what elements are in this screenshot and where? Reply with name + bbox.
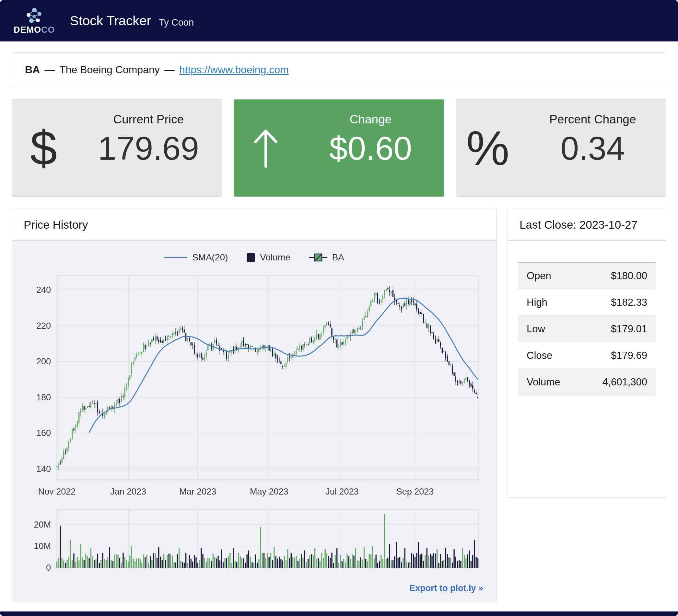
stock-tracker-app: { "header": { "brand_bold": "DEMO", "bra…: [0, 0, 678, 616]
svg-text:Jul 2023: Jul 2023: [326, 487, 359, 496]
ticker-symbol: BA: [25, 64, 40, 76]
separator: —: [44, 64, 55, 76]
svg-text:160: 160: [36, 428, 51, 438]
svg-text:Sep 2023: Sep 2023: [397, 487, 434, 496]
price-history-panel: Price History SMA(20) Volume B: [12, 209, 496, 602]
percent-change-card: % Percent Change 0.34: [456, 99, 666, 197]
dollar-icon: $: [12, 100, 75, 196]
company-name: The Boeing Company: [59, 64, 160, 76]
stats-row: $ Current Price 179.69 Change $0.60 % Pe…: [12, 99, 666, 197]
legend-volume-label: Volume: [260, 252, 290, 263]
last-close-panel: Last Close: 2023-10-27 Open $180.00 High…: [507, 209, 666, 498]
current-price-label: Current Price: [113, 113, 184, 126]
candlestick-icon: [309, 253, 327, 262]
quote-row-open: Open $180.00: [518, 263, 656, 289]
svg-text:Nov 2022: Nov 2022: [38, 487, 76, 496]
svg-text:Mar 2023: Mar 2023: [179, 487, 216, 496]
price-history-chart[interactable]: 140160180200220240Nov 2022Jan 2023Mar 20…: [24, 268, 484, 581]
sma-line-icon: [164, 256, 187, 259]
export-row: Export to plot.ly »: [24, 582, 485, 597]
current-price-value: 179.69: [98, 129, 199, 167]
user-name: Ty Coon: [159, 14, 194, 28]
svg-text:10M: 10M: [34, 541, 51, 551]
percent-change-label: Percent Change: [549, 113, 636, 126]
svg-text:240: 240: [36, 285, 51, 295]
chart-area: SMA(20) Volume BA 140160180200220240Nov …: [12, 241, 496, 601]
legend-volume: Volume: [247, 252, 290, 263]
quote-row-high: High $182.33: [518, 289, 656, 316]
legend-sma-label: SMA(20): [192, 252, 228, 263]
svg-text:220: 220: [36, 321, 51, 331]
svg-text:Jan 2023: Jan 2023: [110, 487, 146, 496]
brand-text: DEMOCO: [13, 25, 55, 35]
change-card: Change $0.60: [234, 99, 444, 197]
volume-square-icon: [247, 253, 255, 262]
quote-row-close: Close $179.69: [518, 342, 656, 369]
company-url-link[interactable]: https://www.boeing.com: [179, 64, 289, 76]
export-plotly-link[interactable]: Export to plot.ly »: [409, 583, 483, 593]
svg-text:140: 140: [36, 464, 51, 474]
svg-text:May 2023: May 2023: [250, 487, 289, 496]
svg-text:0: 0: [46, 563, 51, 573]
legend-ba: BA: [309, 252, 344, 263]
separator: —: [164, 64, 175, 76]
percent-icon: %: [456, 100, 520, 196]
svg-text:200: 200: [36, 357, 51, 366]
democo-logo: DEMOCO: [13, 6, 55, 35]
price-history-title: Price History: [12, 209, 496, 241]
svg-text:180: 180: [36, 393, 51, 402]
ticker-bar: BA — The Boeing Company — https://www.bo…: [12, 52, 666, 87]
change-label: Change: [350, 113, 392, 126]
app-title: Stock Tracker: [70, 13, 151, 29]
app-footer: [0, 612, 678, 616]
quote-row-volume: Volume 4,601,300: [518, 369, 656, 396]
svg-text:20M: 20M: [34, 520, 51, 530]
change-value: $0.60: [329, 129, 412, 167]
legend-ba-label: BA: [332, 252, 344, 263]
quote-table: Open $180.00 High $182.33 Low $179.01 Cl…: [518, 262, 656, 396]
legend-sma: SMA(20): [164, 252, 228, 263]
last-close-title: Last Close: 2023-10-27: [508, 209, 666, 241]
quote-row-low: Low $179.01: [518, 316, 656, 342]
molecule-icon: [23, 6, 45, 24]
chart-legend: SMA(20) Volume BA: [24, 252, 485, 263]
app-header: DEMOCO Stock Tracker Ty Coon: [0, 0, 678, 41]
up-arrow-icon: [234, 100, 297, 196]
current-price-card: $ Current Price 179.69: [12, 99, 222, 197]
percent-change-value: 0.34: [561, 129, 625, 167]
main-row: Price History SMA(20) Volume B: [12, 209, 666, 602]
